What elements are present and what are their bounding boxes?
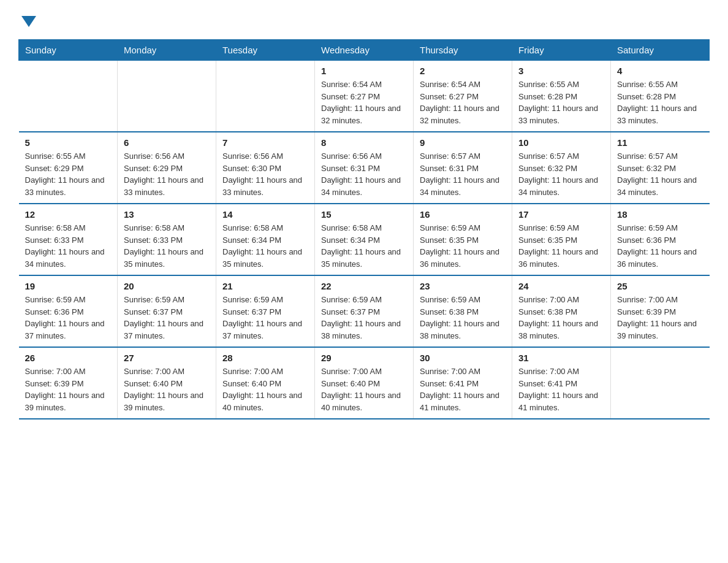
calendar-cell (216, 61, 315, 132)
day-info: Sunrise: 7:00 AMSunset: 6:40 PMDaylight:… (124, 366, 210, 413)
calendar-cell: 27Sunrise: 7:00 AMSunset: 6:40 PMDayligh… (118, 347, 216, 419)
calendar-cell: 13Sunrise: 6:58 AMSunset: 6:33 PMDayligh… (118, 204, 216, 275)
day-info: Sunrise: 6:57 AMSunset: 6:32 PMDaylight:… (518, 150, 604, 198)
calendar-cell: 29Sunrise: 7:00 AMSunset: 6:40 PMDayligh… (315, 347, 414, 419)
day-number: 2 (420, 66, 506, 76)
calendar-cell (19, 61, 118, 132)
calendar-cell: 24Sunrise: 7:00 AMSunset: 6:38 PMDayligh… (512, 275, 611, 347)
day-info: Sunrise: 6:58 AMSunset: 6:33 PMDaylight:… (124, 222, 210, 270)
week-row-5: 26Sunrise: 7:00 AMSunset: 6:39 PMDayligh… (19, 347, 710, 419)
header-friday: Friday (512, 40, 611, 61)
day-info: Sunrise: 6:54 AMSunset: 6:27 PMDaylight:… (420, 79, 506, 126)
calendar-cell: 11Sunrise: 6:57 AMSunset: 6:32 PMDayligh… (611, 132, 710, 204)
day-info: Sunrise: 6:59 AMSunset: 6:37 PMDaylight:… (124, 294, 210, 342)
day-number: 25 (617, 281, 703, 291)
day-info: Sunrise: 6:56 AMSunset: 6:31 PMDaylight:… (321, 150, 407, 198)
day-info: Sunrise: 7:00 AMSunset: 6:40 PMDaylight:… (222, 366, 308, 413)
day-info: Sunrise: 6:59 AMSunset: 6:38 PMDaylight:… (420, 294, 506, 342)
day-info: Sunrise: 6:59 AMSunset: 6:36 PMDaylight:… (25, 294, 112, 342)
day-info: Sunrise: 6:55 AMSunset: 6:29 PMDaylight:… (25, 150, 112, 198)
day-info: Sunrise: 6:59 AMSunset: 6:36 PMDaylight:… (617, 222, 703, 270)
day-number: 17 (518, 209, 604, 220)
day-info: Sunrise: 6:58 AMSunset: 6:34 PMDaylight:… (321, 222, 407, 270)
day-number: 10 (518, 137, 604, 148)
calendar-cell: 4Sunrise: 6:55 AMSunset: 6:28 PMDaylight… (611, 61, 710, 132)
day-number: 19 (25, 281, 112, 291)
header-monday: Monday (118, 40, 216, 61)
day-number: 23 (420, 281, 506, 291)
day-number: 11 (617, 137, 703, 148)
day-number: 24 (518, 281, 604, 291)
calendar-cell: 16Sunrise: 6:59 AMSunset: 6:35 PMDayligh… (414, 204, 512, 275)
day-info: Sunrise: 6:58 AMSunset: 6:34 PMDaylight:… (222, 222, 308, 270)
calendar-cell: 8Sunrise: 6:56 AMSunset: 6:31 PMDaylight… (315, 132, 414, 204)
week-row-3: 12Sunrise: 6:58 AMSunset: 6:33 PMDayligh… (19, 204, 710, 275)
day-number: 31 (518, 353, 604, 363)
calendar-cell: 25Sunrise: 7:00 AMSunset: 6:39 PMDayligh… (611, 275, 710, 347)
page-header (18, 12, 710, 27)
week-row-4: 19Sunrise: 6:59 AMSunset: 6:36 PMDayligh… (19, 275, 710, 347)
calendar-cell: 15Sunrise: 6:58 AMSunset: 6:34 PMDayligh… (315, 204, 414, 275)
day-info: Sunrise: 7:00 AMSunset: 6:39 PMDaylight:… (617, 294, 703, 342)
day-info: Sunrise: 7:00 AMSunset: 6:41 PMDaylight:… (420, 366, 506, 413)
calendar-cell: 5Sunrise: 6:55 AMSunset: 6:29 PMDaylight… (19, 132, 118, 204)
calendar-header-row: SundayMondayTuesdayWednesdayThursdayFrid… (19, 40, 710, 61)
calendar-cell: 28Sunrise: 7:00 AMSunset: 6:40 PMDayligh… (216, 347, 315, 419)
day-info: Sunrise: 7:00 AMSunset: 6:41 PMDaylight:… (518, 366, 604, 413)
day-info: Sunrise: 6:55 AMSunset: 6:28 PMDaylight:… (518, 79, 604, 126)
logo-triangle-icon (21, 16, 36, 27)
day-info: Sunrise: 6:54 AMSunset: 6:27 PMDaylight:… (321, 79, 407, 126)
calendar-cell: 9Sunrise: 6:57 AMSunset: 6:31 PMDaylight… (414, 132, 512, 204)
header-wednesday: Wednesday (315, 40, 414, 61)
day-info: Sunrise: 6:59 AMSunset: 6:37 PMDaylight:… (321, 294, 407, 342)
calendar-cell (118, 61, 216, 132)
calendar-cell (611, 347, 710, 419)
day-info: Sunrise: 6:59 AMSunset: 6:37 PMDaylight:… (222, 294, 308, 342)
day-number: 27 (124, 353, 210, 363)
header-tuesday: Tuesday (216, 40, 315, 61)
day-number: 4 (617, 66, 703, 76)
calendar-cell: 21Sunrise: 6:59 AMSunset: 6:37 PMDayligh… (216, 275, 315, 347)
calendar-cell: 7Sunrise: 6:56 AMSunset: 6:30 PMDaylight… (216, 132, 315, 204)
day-number: 28 (222, 353, 308, 363)
day-number: 21 (222, 281, 308, 291)
day-number: 6 (124, 137, 210, 148)
calendar-cell: 19Sunrise: 6:59 AMSunset: 6:36 PMDayligh… (19, 275, 118, 347)
day-number: 12 (25, 209, 112, 220)
calendar-cell: 22Sunrise: 6:59 AMSunset: 6:37 PMDayligh… (315, 275, 414, 347)
calendar-cell: 10Sunrise: 6:57 AMSunset: 6:32 PMDayligh… (512, 132, 611, 204)
day-number: 30 (420, 353, 506, 363)
calendar-cell: 23Sunrise: 6:59 AMSunset: 6:38 PMDayligh… (414, 275, 512, 347)
calendar-cell: 26Sunrise: 7:00 AMSunset: 6:39 PMDayligh… (19, 347, 118, 419)
calendar-table: SundayMondayTuesdayWednesdayThursdayFrid… (18, 39, 710, 419)
calendar-cell: 18Sunrise: 6:59 AMSunset: 6:36 PMDayligh… (611, 204, 710, 275)
day-info: Sunrise: 6:59 AMSunset: 6:35 PMDaylight:… (420, 222, 506, 270)
header-sunday: Sunday (19, 40, 118, 61)
header-saturday: Saturday (611, 40, 710, 61)
calendar-cell: 1Sunrise: 6:54 AMSunset: 6:27 PMDaylight… (315, 61, 414, 132)
day-number: 5 (25, 137, 112, 148)
day-number: 18 (617, 209, 703, 220)
day-number: 26 (25, 353, 112, 363)
day-info: Sunrise: 6:58 AMSunset: 6:33 PMDaylight:… (25, 222, 112, 270)
day-number: 29 (321, 353, 407, 363)
day-number: 3 (518, 66, 604, 76)
day-number: 1 (321, 66, 407, 76)
day-number: 13 (124, 209, 210, 220)
day-info: Sunrise: 6:55 AMSunset: 6:28 PMDaylight:… (617, 79, 703, 126)
day-info: Sunrise: 6:56 AMSunset: 6:29 PMDaylight:… (124, 150, 210, 198)
day-info: Sunrise: 6:56 AMSunset: 6:30 PMDaylight:… (222, 150, 308, 198)
day-info: Sunrise: 6:59 AMSunset: 6:35 PMDaylight:… (518, 222, 604, 270)
day-info: Sunrise: 6:57 AMSunset: 6:32 PMDaylight:… (617, 150, 703, 198)
day-info: Sunrise: 7:00 AMSunset: 6:40 PMDaylight:… (321, 366, 407, 413)
day-number: 22 (321, 281, 407, 291)
logo (18, 12, 36, 27)
day-number: 20 (124, 281, 210, 291)
header-thursday: Thursday (414, 40, 512, 61)
calendar-cell: 31Sunrise: 7:00 AMSunset: 6:41 PMDayligh… (512, 347, 611, 419)
day-info: Sunrise: 7:00 AMSunset: 6:39 PMDaylight:… (25, 366, 112, 413)
calendar-cell: 14Sunrise: 6:58 AMSunset: 6:34 PMDayligh… (216, 204, 315, 275)
calendar-cell: 2Sunrise: 6:54 AMSunset: 6:27 PMDaylight… (414, 61, 512, 132)
calendar-cell: 3Sunrise: 6:55 AMSunset: 6:28 PMDaylight… (512, 61, 611, 132)
day-number: 15 (321, 209, 407, 220)
